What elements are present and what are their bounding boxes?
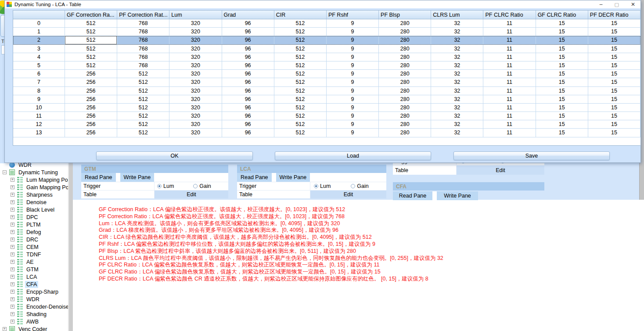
table-cell[interactable]: 9 xyxy=(327,87,379,95)
table-cell[interactable]: 32 xyxy=(431,120,483,128)
table-row[interactable]: 151276832096512928032111515 xyxy=(13,28,640,36)
table-cell[interactable]: 32 xyxy=(431,112,483,120)
table-cell[interactable]: 15 xyxy=(536,19,588,27)
table-cell[interactable]: 768 xyxy=(117,36,169,44)
table-cell[interactable]: 9 xyxy=(327,70,379,78)
sidebar-item-defog[interactable]: +Defog xyxy=(11,228,42,236)
table-cell[interactable]: 32 xyxy=(431,70,483,78)
table-cell[interactable]: 96 xyxy=(222,95,274,103)
column-header[interactable]: CIR xyxy=(274,11,327,19)
table-cell[interactable]: 512 xyxy=(274,120,327,128)
expand-icon[interactable]: + xyxy=(11,185,14,189)
table-cell[interactable]: 15 xyxy=(588,87,640,95)
table-cell[interactable]: 9 xyxy=(327,104,379,112)
gtm-edit-button[interactable]: Edit xyxy=(155,191,228,198)
table-cell[interactable]: 11 xyxy=(483,78,536,86)
sidebar-item-awb[interactable]: +AWB xyxy=(11,318,40,325)
table-cell[interactable]: 11 xyxy=(483,112,536,120)
table-cell[interactable]: 320 xyxy=(169,36,222,44)
table-cell[interactable]: 512 xyxy=(274,19,327,27)
sidebar-item-lum-mapping-poin[interactable]: +Lum Mapping Poin xyxy=(11,176,68,183)
save-button[interactable]: Save xyxy=(453,151,610,160)
table-cell[interactable]: 11 xyxy=(483,120,536,128)
expand-icon[interactable]: + xyxy=(11,208,14,212)
lca-edit-button[interactable]: Edit xyxy=(310,191,386,198)
table-cell[interactable]: 11 xyxy=(483,95,536,103)
table-cell[interactable]: 280 xyxy=(379,45,431,53)
table-cell[interactable]: 15 xyxy=(588,112,640,120)
lca-lum-radio[interactable] xyxy=(314,184,318,188)
table-cell[interactable]: 9 xyxy=(327,53,379,61)
table-cell[interactable]: 15 xyxy=(536,36,588,44)
table-cell[interactable]: 512 xyxy=(274,104,327,112)
table-cell[interactable]: 32 xyxy=(431,95,483,103)
table-cell[interactable]: 9 xyxy=(327,28,379,36)
table-cell[interactable]: 280 xyxy=(379,78,431,86)
table-cell[interactable]: 15 xyxy=(588,78,640,86)
table-cell[interactable]: 768 xyxy=(117,53,169,61)
table-cell[interactable]: 96 xyxy=(222,53,274,61)
table-cell[interactable]: 32 xyxy=(431,61,483,69)
sidebar-item-cem[interactable]: +CEM xyxy=(11,243,40,251)
table-cell[interactable]: 512 xyxy=(274,61,327,69)
table-cell[interactable]: 15 xyxy=(588,95,640,103)
gtm-lum-radio[interactable] xyxy=(157,184,162,188)
expand-icon[interactable]: + xyxy=(11,320,14,324)
dialog-titlebar[interactable]: Dynamic Tuning - LCA - Table – ▢ ✕ xyxy=(5,0,640,8)
column-header[interactable]: PF CLRC Ratio xyxy=(483,11,536,19)
table-cell[interactable]: 15 xyxy=(588,129,640,137)
table-cell[interactable]: 256 xyxy=(65,120,117,128)
table-cell[interactable]: 256 xyxy=(65,87,117,95)
table-cell[interactable]: 11 xyxy=(483,36,536,44)
expand-icon[interactable]: + xyxy=(3,327,7,331)
table-cell[interactable]: 320 xyxy=(169,78,222,86)
table-cell[interactable]: 15 xyxy=(536,70,588,78)
load-button[interactable]: Load xyxy=(275,151,431,160)
table-row[interactable]: 451276832096512928032111515 xyxy=(13,53,640,61)
table-cell[interactable]: 512 xyxy=(274,70,327,78)
table-row[interactable]: 051276832096512928032111515 xyxy=(13,19,640,28)
expand-icon[interactable]: + xyxy=(11,230,14,234)
table-cell[interactable]: 320 xyxy=(169,95,222,103)
close-button[interactable]: ✕ xyxy=(631,1,635,7)
column-header[interactable]: CLRS Lum xyxy=(431,11,483,19)
table-cell[interactable]: 256 xyxy=(65,104,117,112)
expand-icon[interactable]: + xyxy=(11,260,14,264)
sidebar-item-dpc[interactable]: +DPC xyxy=(11,213,39,221)
table-cell[interactable]: 15 xyxy=(588,28,640,36)
sidebar-item-tdnf[interactable]: +TDNF xyxy=(11,251,42,258)
expand-icon[interactable]: + xyxy=(11,245,14,249)
table-cell[interactable]: 280 xyxy=(379,87,431,95)
table-cell[interactable]: 320 xyxy=(169,70,222,78)
table-cell[interactable]: 9 xyxy=(327,112,379,120)
table-cell[interactable]: 512 xyxy=(117,120,169,128)
expand-icon[interactable]: + xyxy=(11,297,14,301)
table-cell[interactable]: 280 xyxy=(379,61,431,69)
table-cell[interactable]: 512 xyxy=(117,104,169,112)
table-cell[interactable]: 280 xyxy=(379,28,431,36)
table-cell[interactable]: 512 xyxy=(65,61,117,69)
table-cell[interactable]: 32 xyxy=(431,104,483,112)
table-cell[interactable]: 512 xyxy=(274,78,327,86)
table-cell[interactable]: 512 xyxy=(274,87,327,95)
table-cell[interactable]: 256 xyxy=(65,70,117,78)
column-header[interactable]: Lum xyxy=(169,11,222,19)
table-cell[interactable]: 32 xyxy=(431,28,483,36)
table-cell[interactable]: 15 xyxy=(536,120,588,128)
sidebar-item-wdr[interactable]: +WDR xyxy=(11,295,41,303)
table-cell[interactable]: 9 xyxy=(327,120,379,128)
table-row[interactable]: 551276832096512928032111515 xyxy=(13,61,640,70)
sidebar-item-black-level[interactable]: +Black Level xyxy=(11,206,56,213)
table-cell[interactable]: 280 xyxy=(379,129,431,137)
table-cell[interactable]: 11 xyxy=(483,129,536,137)
lca-tab-read-pane[interactable]: Read Pane xyxy=(237,173,272,182)
table-row[interactable]: 251276832096512928032111515 xyxy=(13,36,640,44)
table-cell[interactable]: 15 xyxy=(536,129,588,137)
sidebar-item-lca[interactable]: +LCA xyxy=(11,273,38,281)
expand-icon[interactable]: + xyxy=(11,237,14,241)
table-row[interactable]: 1125651232096512928032111515 xyxy=(13,112,640,120)
table-cell[interactable]: 32 xyxy=(431,19,483,27)
sidebar-item-encoder-denoise[interactable]: +Encoder-Denoise xyxy=(11,303,68,310)
table-cell[interactable]: 9 xyxy=(327,61,379,69)
table-row[interactable]: 825651232096512928032111515 xyxy=(13,87,640,95)
